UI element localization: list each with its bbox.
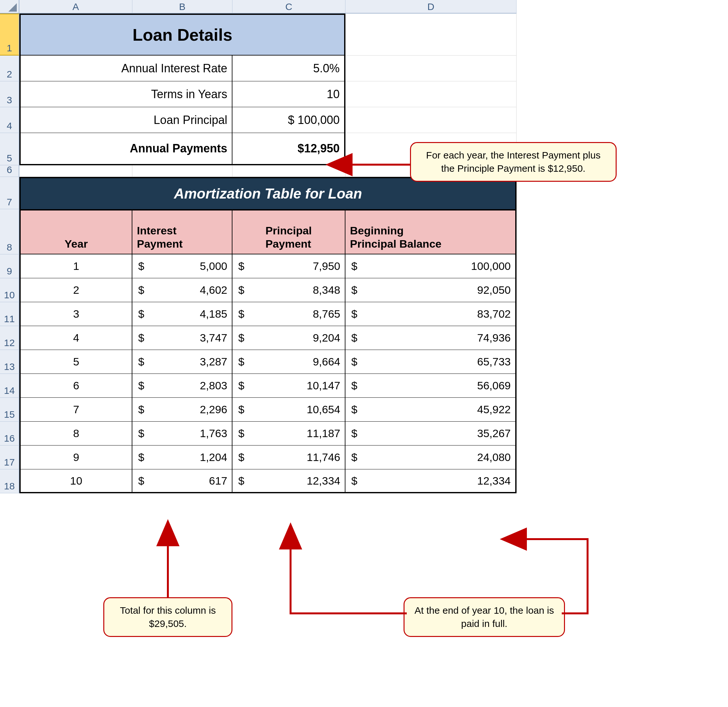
row-header-8[interactable]: 8	[0, 209, 19, 254]
cell-D2[interactable]	[345, 56, 517, 81]
select-all-corner[interactable]	[0, 0, 19, 14]
cell-A6[interactable]	[19, 165, 132, 177]
cell-interest[interactable]: $3,287	[132, 350, 233, 374]
cell-interest[interactable]: $1,763	[132, 421, 233, 446]
cell-principal[interactable]: $7,950	[233, 254, 345, 278]
cell-C6[interactable]	[233, 165, 345, 177]
cell-principal[interactable]: $11,746	[233, 446, 345, 469]
cell-year[interactable]: 3	[19, 302, 132, 326]
cell-year[interactable]: 1	[19, 254, 132, 278]
row-header-17[interactable]: 17	[0, 446, 19, 469]
cell-year[interactable]: 6	[19, 374, 132, 398]
cell-principal[interactable]: $10,147	[233, 374, 345, 398]
cell-principal[interactable]: $12,334	[233, 469, 345, 493]
row-header-4[interactable]: 4	[0, 107, 19, 133]
table-row: 1$5,000$7,950$100,000	[19, 254, 517, 278]
cell-interest[interactable]: $2,803	[132, 374, 233, 398]
cell-principal[interactable]: $8,765	[233, 302, 345, 326]
row-header-7[interactable]: 7	[0, 177, 19, 209]
cell-year[interactable]: 8	[19, 421, 132, 446]
table-row: 10$617$12,334$12,334	[19, 469, 517, 493]
cell-balance[interactable]: $24,080	[345, 446, 517, 469]
cell-year[interactable]: 7	[19, 398, 132, 421]
label-principal[interactable]: Loan Principal	[19, 107, 233, 133]
cell-principal[interactable]: $9,664	[233, 350, 345, 374]
amort-head-year[interactable]: Year	[19, 209, 132, 254]
row-header-5[interactable]: 5	[0, 133, 19, 165]
label-terms[interactable]: Terms in Years	[19, 81, 233, 107]
cell-year[interactable]: 9	[19, 446, 132, 469]
cell-year[interactable]: 10	[19, 469, 132, 493]
cell-principal[interactable]: $8,348	[233, 278, 345, 302]
callout-paid-full: At the end of year 10, the loan is paid …	[403, 597, 565, 637]
cell-interest[interactable]: $3,747	[132, 326, 233, 350]
callout-annual-payment: For each year, the Interest Payment plus…	[410, 142, 617, 182]
grid-area: Loan Details Annual Interest Rate 5.0% T…	[19, 14, 517, 493]
value-rate[interactable]: 5.0%	[233, 56, 345, 81]
table-row: 8$1,763$11,187$35,267	[19, 421, 517, 446]
cell-balance[interactable]: $45,922	[345, 398, 517, 421]
col-header-B[interactable]: B	[132, 0, 233, 14]
amort-head-balance[interactable]: Beginning Principal Balance	[345, 209, 517, 254]
label-rate[interactable]: Annual Interest Rate	[19, 56, 233, 81]
cell-interest[interactable]: $1,204	[132, 446, 233, 469]
cell-interest[interactable]: $4,602	[132, 278, 233, 302]
cell-D4[interactable]	[345, 107, 517, 133]
row-header-12[interactable]: 12	[0, 326, 19, 350]
table-row: 2$4,602$8,348$92,050	[19, 278, 517, 302]
row-header-3[interactable]: 3	[0, 81, 19, 107]
table-row: 7$2,296$10,654$45,922	[19, 398, 517, 421]
cell-balance[interactable]: $65,733	[345, 350, 517, 374]
col-header-C[interactable]: C	[233, 0, 345, 14]
cell-interest[interactable]: $5,000	[132, 254, 233, 278]
table-row: 3$4,185$8,765$83,702	[19, 302, 517, 326]
spreadsheet: A B C D 1 2 3 4 5 6 7 8 9 10 11 12 13 14…	[0, 0, 728, 707]
row-header-13[interactable]: 13	[0, 350, 19, 374]
cell-balance[interactable]: $35,267	[345, 421, 517, 446]
cell-balance[interactable]: $56,069	[345, 374, 517, 398]
row-header-15[interactable]: 15	[0, 398, 19, 421]
cell-balance[interactable]: $74,936	[345, 326, 517, 350]
cell-principal[interactable]: $11,187	[233, 421, 345, 446]
cell-year[interactable]: 4	[19, 326, 132, 350]
cell-interest[interactable]: $4,185	[132, 302, 233, 326]
cell-principal[interactable]: $9,204	[233, 326, 345, 350]
row-header-18[interactable]: 18	[0, 469, 19, 493]
loan-details-title[interactable]: Loan Details	[19, 14, 345, 56]
cell-interest[interactable]: $617	[132, 469, 233, 493]
amort-body: 1$5,000$7,950$100,0002$4,602$8,348$92,05…	[19, 254, 517, 493]
value-payments[interactable]: $12,950	[233, 133, 345, 165]
cell-balance[interactable]: $100,000	[345, 254, 517, 278]
cell-principal[interactable]: $10,654	[233, 398, 345, 421]
row-header-6[interactable]: 6	[0, 165, 19, 177]
column-headers: A B C D	[19, 0, 517, 14]
col-header-D[interactable]: D	[345, 0, 517, 14]
row-headers: 1 2 3 4 5 6 7 8 9 10 11 12 13 14 15 16 1…	[0, 14, 19, 493]
row-header-2[interactable]: 2	[0, 56, 19, 81]
table-row: 9$1,204$11,746$24,080	[19, 446, 517, 469]
col-header-A[interactable]: A	[19, 0, 132, 14]
cell-D1[interactable]	[345, 14, 517, 56]
label-payments[interactable]: Annual Payments	[19, 133, 233, 165]
row-header-10[interactable]: 10	[0, 278, 19, 302]
table-row: 6$2,803$10,147$56,069	[19, 374, 517, 398]
value-terms[interactable]: 10	[233, 81, 345, 107]
row-header-16[interactable]: 16	[0, 421, 19, 446]
value-principal[interactable]: $ 100,000	[233, 107, 345, 133]
amort-head-interest[interactable]: Interest Payment	[132, 209, 233, 254]
cell-balance[interactable]: $12,334	[345, 469, 517, 493]
cell-year[interactable]: 5	[19, 350, 132, 374]
callout-interest-total: Total for this column is $29,505.	[103, 597, 233, 637]
cell-balance[interactable]: $92,050	[345, 278, 517, 302]
amort-head-principal[interactable]: Principal Payment	[233, 209, 345, 254]
cell-year[interactable]: 2	[19, 278, 132, 302]
cell-interest[interactable]: $2,296	[132, 398, 233, 421]
row-header-11[interactable]: 11	[0, 302, 19, 326]
amort-title[interactable]: Amortization Table for Loan	[19, 177, 517, 209]
row-header-1[interactable]: 1	[0, 14, 19, 56]
row-header-14[interactable]: 14	[0, 374, 19, 398]
cell-B6[interactable]	[132, 165, 233, 177]
row-header-9[interactable]: 9	[0, 254, 19, 278]
cell-balance[interactable]: $83,702	[345, 302, 517, 326]
cell-D3[interactable]	[345, 81, 517, 107]
